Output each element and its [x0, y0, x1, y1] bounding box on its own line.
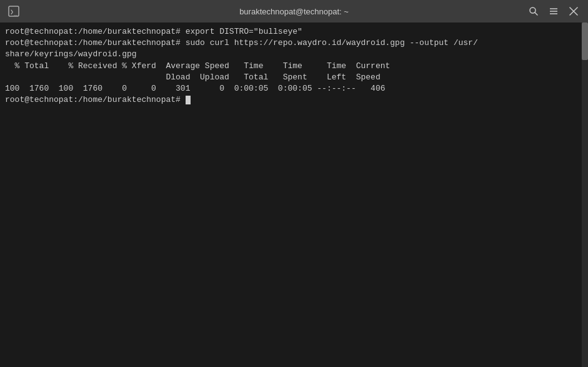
terminal-line: Dload Upload Total Spent Left Speed	[5, 72, 583, 83]
title-bar: ❯_ buraktechnopat@technopat: ~	[0, 0, 588, 23]
scrollbar-thumb[interactable]	[582, 23, 588, 60]
close-button[interactable]	[564, 3, 583, 20]
search-button[interactable]	[524, 3, 543, 20]
terminal-body[interactable]: root@technopat:/home/buraktechnopat# exp…	[0, 23, 588, 367]
scrollbar[interactable]	[582, 23, 588, 367]
cursor	[186, 96, 191, 104]
terminal-line: % Total % Received % Xferd Average Speed…	[5, 61, 583, 72]
terminal-line: 100 1760 100 1760 0 0 301 0 0:00:05 0:00…	[5, 83, 583, 94]
title-bar-left: ❯_	[5, 3, 22, 20]
terminal-line: share/keyrings/waydroid.gpg	[5, 49, 583, 60]
menu-button[interactable]	[544, 3, 563, 20]
window-title: buraktechnopat@technopat: ~	[239, 7, 349, 16]
svg-text:❯_: ❯_	[10, 8, 18, 16]
terminal-line: root@technopat:/home/buraktechnopat# sud…	[5, 38, 583, 49]
terminal-icon: ❯_	[5, 3, 22, 20]
title-bar-controls	[524, 3, 583, 20]
svg-line-3	[535, 13, 537, 15]
terminal-prompt-line: root@technopat:/home/buraktechnopat#	[5, 94, 583, 106]
terminal-line: root@technopat:/home/buraktechnopat# exp…	[5, 26, 583, 38]
